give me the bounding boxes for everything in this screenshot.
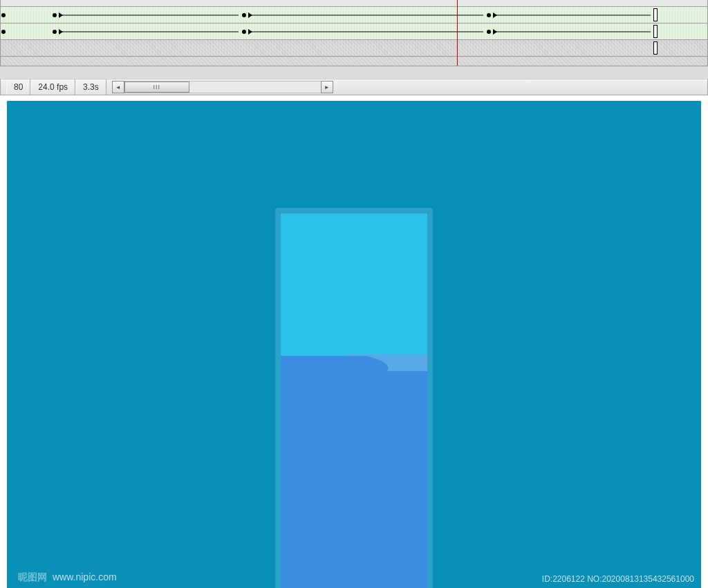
watermark-url: www.nipic.com [53, 571, 117, 582]
current-frame-field[interactable]: 80 [6, 79, 30, 95]
keyframe-icon[interactable] [242, 30, 246, 34]
stage-wrap: 昵图网 www.nipic.com ID:2206122 NO:20200813… [0, 95, 708, 588]
keyframe-icon[interactable] [487, 30, 491, 34]
scroll-right-button[interactable]: ► [321, 81, 333, 93]
timeline-statusbar: 80 24.0 fps 3.3s ◄ III ► [0, 79, 708, 95]
tween-span [248, 31, 483, 32]
timeline-ruler[interactable] [1, 0, 707, 7]
watermark-right: ID:2206122 NO:20200813135432561000 [542, 574, 694, 584]
tween-span [248, 15, 483, 15]
timeline-inner [1, 0, 707, 66]
scroll-thumb[interactable]: III [124, 82, 189, 93]
fps-field[interactable]: 24.0 fps [30, 79, 75, 95]
elapsed-time-value: 3.3s [83, 82, 99, 92]
keyframe-icon[interactable] [53, 13, 57, 17]
timeline-track-empty[interactable] [1, 40, 707, 57]
playhead[interactable] [457, 0, 458, 66]
spacer [106, 79, 112, 95]
fps-value: 24.0 fps [38, 82, 68, 92]
watermark-left: 昵图网 www.nipic.com [18, 571, 117, 584]
tween-span [59, 31, 239, 32]
tween-span [59, 15, 239, 15]
tween-span [493, 31, 651, 32]
keyframe-icon[interactable] [487, 13, 491, 17]
watermark-meta: ID:2206122 NO:20200813135432561000 [542, 574, 694, 584]
keyframe-icon[interactable] [1, 30, 6, 34]
water-wave-front [275, 371, 433, 588]
scroll-thumb-grip: III [153, 84, 160, 91]
end-keyframe-icon[interactable] [653, 8, 658, 21]
timeline-track-2[interactable] [1, 23, 707, 40]
water-container-shape[interactable] [275, 208, 433, 588]
timeline-h-scrollbar[interactable]: ◄ III ► [112, 79, 333, 95]
tween-span [493, 15, 651, 15]
end-keyframe-icon[interactable] [653, 41, 658, 55]
scroll-left-button[interactable]: ◄ [112, 81, 124, 93]
timeline-panel [0, 0, 708, 66]
elapsed-time-field[interactable]: 3.3s [75, 79, 106, 95]
keyframe-icon[interactable] [53, 30, 57, 34]
spacer [1, 79, 6, 95]
watermark-brand: 昵图网 [18, 571, 47, 584]
stage-canvas[interactable]: 昵图网 www.nipic.com ID:2206122 NO:20200813… [7, 101, 701, 588]
scroll-track[interactable]: III [124, 81, 321, 93]
end-keyframe-icon[interactable] [653, 25, 658, 38]
keyframe-icon[interactable] [1, 13, 6, 17]
timeline-track-1[interactable] [1, 7, 707, 23]
keyframe-icon[interactable] [242, 13, 246, 17]
current-frame-value: 80 [14, 82, 23, 92]
